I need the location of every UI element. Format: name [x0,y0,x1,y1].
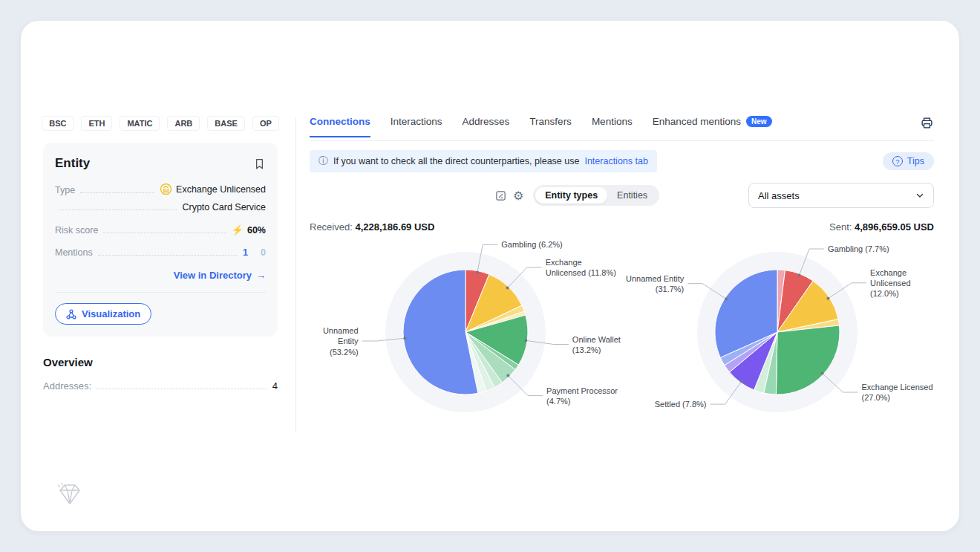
toggle-entities[interactable]: Entities [607,187,657,204]
risk-score-value: 60% [247,225,266,236]
type-value-secondary: Crypto Card Service [182,202,266,212]
received-value: 4,228,186.69 USD [355,221,434,233]
lightning-icon: ⚡ [232,224,244,236]
risk-score-row: Risk score ⚡ 60% [55,224,266,236]
mentions-row: Mentions 1 0 [55,247,266,258]
pie-slice-label: Unnamed Entity (53.2%) [310,325,359,357]
pie-anchor-dot [798,274,801,277]
type-row: Type Exchange Unlicensed [55,183,266,195]
dotted-leader [60,210,177,210]
pie-slice-label: Unnamed Entity (31.7%) [621,273,684,294]
graph-icon [66,309,76,319]
pie-anchor-dot [524,339,527,342]
risk-score-label: Risk score [55,225,98,236]
totals-row: Received: 4,228,186.69 USD Sent: 4,896,6… [310,221,934,233]
pie-slice-label: Settled (7.8%) [655,399,707,409]
dotted-leader [97,389,267,389]
type-value: Exchange Unlicensed [176,184,266,195]
tips-label: Tips [907,156,924,166]
addresses-value: 4 [272,380,278,392]
received-pie-chart: Gambling (6.2%)Exchange Unlicensed (11.8… [310,236,621,432]
sent-label: Sent: [829,221,852,233]
sent-value: 4,896,659.05 USD [855,221,934,233]
dotted-leader [80,192,154,193]
new-badge: New [746,116,772,127]
received-total: Received: 4,228,186.69 USD [310,221,434,233]
chain-chip-bsc[interactable]: BSC [42,116,74,131]
main-window: BSC ETH MATIC ARB BASE OP Entity Type [21,21,959,531]
main-panel: Connections Interactions Addresses Trans… [310,116,934,432]
dotted-leader [103,233,226,233]
chain-chip-base[interactable]: BASE [207,116,245,131]
tab-transfers[interactable]: Transfers [529,116,572,137]
assets-dropdown[interactable]: All assets [748,183,934,208]
tab-label: Addresses [463,116,510,127]
banner-text: If you want to check all the direct coun… [333,156,579,166]
toggle-entity-types[interactable]: Entity types [535,187,607,204]
tips-button[interactable]: ? Tips [883,152,934,170]
vertical-divider [295,117,296,432]
notice-row: ⓘ If you want to check all the direct co… [310,150,934,172]
entity-card: Entity Type Exchange Unlicensed [43,143,278,337]
tab-label: Mentions [592,116,633,127]
chain-chip-eth[interactable]: ETH [81,116,112,131]
pie-anchor-dot [403,337,406,340]
type-row-secondary: Crypto Card Service [55,202,266,212]
divider [55,292,266,293]
view-in-directory-link[interactable]: View in Directory → [55,270,266,281]
entity-card-title: Entity [55,156,90,171]
chain-chip-matic[interactable]: MATIC [120,116,160,131]
charts-area: Gambling (6.2%)Exchange Unlicensed (11.8… [310,236,934,432]
gem-logo-icon [55,481,85,510]
pie-slice-label: Exchange Unlicensed (11.8%) [546,257,621,279]
addresses-label: Addresses: [43,380,91,392]
pie-slice-label: Payment Processor (4.7%) [546,385,621,406]
sent-pie-chart: Gambling (7.7%)Exchange Unlicensed (12.0… [621,236,933,432]
tab-bar: Connections Interactions Addresses Trans… [310,116,934,141]
pie-anchor-dot [826,297,829,300]
chain-chip-arb[interactable]: ARB [167,116,200,131]
arrow-right-icon: → [256,270,266,281]
pie-anchor-dot [740,380,743,383]
dotted-leader [98,255,238,256]
assets-dropdown-value: All assets [758,190,800,201]
pie-anchor-dot [821,371,824,374]
mentions-count-secondary: 0 [261,247,266,258]
view-toggle: Entity types Entities [533,185,659,206]
visualization-button[interactable]: Visualization [55,303,151,325]
chain-chip-op[interactable]: OP [252,116,279,131]
pie-anchor-dot [506,374,509,377]
view-in-directory-label: View in Directory [174,270,252,281]
pie-slice-label: Gambling (7.7%) [828,244,889,254]
mentions-label: Mentions [55,247,93,258]
tab-enhanced-mentions[interactable]: Enhanced mentions New [653,116,772,137]
interactions-tab-link[interactable]: Interactions tab [584,156,647,166]
bookmark-icon[interactable] [253,158,266,170]
chevron-down-icon [915,191,924,200]
chain-chips: BSC ETH MATIC ARB BASE OP [43,116,278,131]
tab-label: Transfers [529,116,572,127]
print-icon[interactable] [920,116,934,140]
tab-addresses[interactable]: Addresses [463,116,510,137]
tab-label: Enhanced mentions [653,116,741,127]
tab-connections[interactable]: Connections [310,116,370,137]
addresses-row: Addresses: 4 [43,380,278,392]
type-label: Type [55,185,75,195]
pie-slice-label: Exchange Licensed (27.0%) [862,382,934,403]
sent-total: Sent: 4,896,659.05 USD [829,221,934,233]
info-banner: ⓘ If you want to check all the direct co… [310,150,657,172]
pie-slice-label: Gambling (6.2%) [501,239,563,250]
exchange-badge-icon [160,183,172,195]
card-view-icon[interactable] [495,190,506,201]
pie-slice-label: Exchange Unlicensed (12.0%) [870,267,933,299]
tab-mentions[interactable]: Mentions [592,116,633,137]
info-icon: ⓘ [318,155,328,168]
content-area: BSC ETH MATIC ARB BASE OP Entity Type [21,21,959,432]
entity-sidebar: BSC ETH MATIC ARB BASE OP Entity Type [43,116,278,432]
overview-heading: Overview [43,356,278,368]
tab-label: Connections [310,116,370,127]
tab-interactions[interactable]: Interactions [391,116,442,137]
tab-label: Interactions [391,116,442,127]
mentions-count-primary[interactable]: 1 [243,247,248,258]
gear-icon[interactable]: ⚙ [513,189,523,203]
